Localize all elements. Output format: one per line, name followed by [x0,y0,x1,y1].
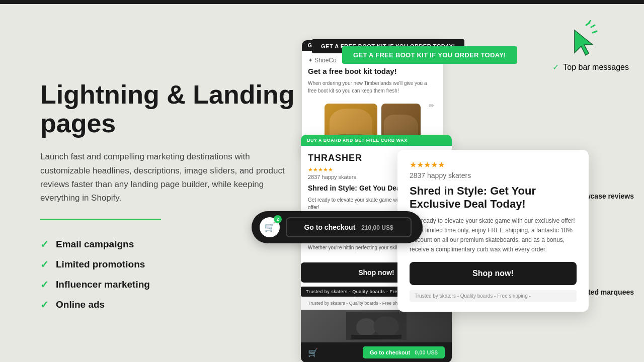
svg-line-5 [591,25,595,27]
check-icon-influencer: ✓ [40,279,49,291]
cart-icon: 🛒 [264,222,275,233]
check-icon-ads: ✓ [40,299,49,311]
feature-label-ads: Online ads [56,299,105,310]
skater-image [301,310,452,342]
cart-badge: 2 [274,215,282,223]
svg-line-6 [593,31,597,33]
skate-footer-checkout: 🛒 Go to checkout 0,00 US$ [301,342,452,362]
svg-point-2 [374,316,399,336]
check-icon-email: ✓ [40,238,49,250]
mockup-area: GET A FREE BOOT KIT IF YOU ORDER TODAY! … [252,0,644,362]
cursor-sparks [558,20,599,63]
review-card-large: ★★★★★ 2837 happy skaters Shred in Style:… [397,150,589,312]
review-stars: ★★★★★ [410,160,577,169]
green-divider [40,219,161,220]
checkout-price: 210,00 US$ [361,224,393,231]
review-shop-button[interactable]: Shop now! [410,262,577,285]
cart-popup: 🛒 2 Go to checkout 210,00 US$ [252,211,423,243]
review-headline: Shred in Style: Get Your Exclusive Deal … [410,185,577,211]
cart-icon-wrapper: 🛒 2 [260,217,280,237]
skate-topbar: BUY A BOARD AND GET FREE CURB WAX [301,135,452,146]
shoe-card-title: Get a free boot kit today! [308,67,437,75]
review-happy-count: 2837 happy skaters [410,171,577,179]
review-body: Get ready to elevate your skate game wit… [410,216,577,255]
edit-icon: ✏ [429,102,435,110]
check-icon-topbar: ✓ [552,62,559,72]
topbar-green-mockup: GET A FREE BOOT KIT IF YOU ORDER TODAY! [342,46,517,64]
badge-topbar-messages: ✓ Top bar messages [552,62,629,72]
review-marquee: Trusted by skaters - Quality boards - Fr… [410,290,577,302]
feature-label-influencer: Influencer marketing [56,279,150,290]
badge-topbar-label: Top bar messages [563,63,629,72]
check-icon-promos: ✓ [40,258,49,270]
svg-marker-8 [575,30,593,55]
checkout-button-large[interactable]: Go to checkout 210,00 US$ [286,217,412,237]
skate-checkout-button[interactable]: Go to checkout 0,00 US$ [363,346,445,358]
cart-icon-skate: 🛒 [308,348,318,357]
svg-rect-3 [351,335,401,339]
shoe-card-desc: When ordering your new Timberlands we'll… [308,79,437,95]
feature-label-email: Email campaigns [56,239,134,250]
svg-point-1 [356,318,376,336]
feature-label-promos: Limited promotions [56,259,145,270]
